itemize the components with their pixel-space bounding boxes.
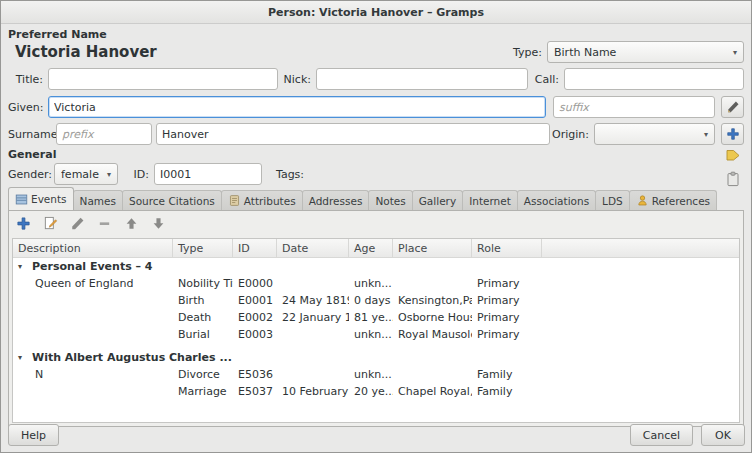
general-section-label: General — [8, 148, 56, 161]
surname-prefix-input[interactable] — [56, 123, 152, 145]
event-row[interactable]: N Divorce E5036 unkn... Family — [13, 366, 739, 383]
tab-label: Source Citations — [129, 195, 215, 207]
help-button[interactable]: Help — [8, 424, 59, 446]
cell-id: E0000 — [233, 277, 277, 290]
tab-references[interactable]: References — [629, 190, 717, 210]
event-group-row[interactable]: ▾ With Albert Augustus Charles ... — [13, 349, 739, 366]
tab-label: Notes — [375, 195, 405, 207]
tab-label: References — [652, 195, 710, 207]
given-input[interactable] — [48, 96, 546, 118]
tab-names[interactable]: Names — [73, 190, 123, 210]
surname-label: Surname: — [8, 128, 56, 141]
tab-addresses[interactable]: Addresses — [302, 190, 370, 210]
cancel-button[interactable]: Cancel — [630, 424, 693, 446]
tab-label: Names — [80, 195, 116, 207]
tab-internet[interactable]: Internet — [462, 190, 518, 210]
remove-event-button[interactable] — [93, 213, 116, 234]
events-toolbar — [9, 211, 743, 236]
edit-name-button[interactable] — [721, 96, 744, 118]
move-down-button[interactable] — [147, 213, 170, 234]
cell-role: Family — [472, 385, 542, 398]
id-label: ID: — [130, 168, 154, 181]
event-row[interactable]: Burial E0003 unkn... Royal Mausoleum,F..… — [13, 326, 739, 343]
call-label: Call: — [528, 73, 564, 86]
cell-role: Primary — [472, 294, 542, 307]
surname-input[interactable] — [156, 123, 550, 145]
cell-place: Royal Mausoleum,F... — [393, 328, 472, 341]
name-type-combo[interactable]: Birth Name ▾ — [547, 41, 744, 63]
chevron-down-icon: ▾ — [704, 130, 708, 139]
window-title: Person: Victoria Hanover – Gramps — [268, 6, 484, 19]
edit-event-button[interactable] — [66, 213, 89, 234]
ok-button[interactable]: OK — [701, 424, 745, 446]
add-surname-button[interactable] — [721, 123, 744, 145]
arrow-down-icon — [151, 216, 166, 231]
plus-icon — [726, 127, 740, 141]
cell-description: N — [13, 368, 173, 381]
column-header-date[interactable]: Date — [277, 239, 349, 257]
id-input[interactable] — [154, 163, 262, 185]
tab-label: Gallery — [419, 195, 456, 207]
tab-associations[interactable]: Associations — [517, 190, 596, 210]
add-event-button[interactable] — [12, 213, 35, 234]
gender-combo[interactable]: female ▾ — [54, 163, 118, 185]
call-input[interactable] — [564, 68, 744, 90]
pencil-icon — [70, 216, 85, 231]
cell-age: 0 days — [349, 294, 393, 307]
event-row[interactable]: Birth E0001 24 May 1819 0 days Kensingto… — [13, 292, 739, 309]
cell-type: Burial — [173, 328, 233, 341]
gender-label: Gender: — [8, 168, 54, 181]
cell-age: unkn... — [349, 328, 393, 341]
name-preview-row: Victoria Hanover Type: Birth Name ▾ — [8, 40, 744, 64]
cell-description: Queen of England — [13, 277, 173, 290]
origin-label: Origin: — [550, 128, 594, 141]
tab-attributes[interactable]: Attributes — [221, 190, 303, 210]
events-table: Description Type ID Date Age Place Role … — [12, 238, 740, 423]
column-header-role[interactable]: Role — [472, 239, 542, 257]
event-row[interactable]: Marriage E5037 10 February 1840 20 ye...… — [13, 383, 739, 400]
person-editor-window: Person: Victoria Hanover – Gramps Prefer… — [0, 0, 752, 453]
expander-icon[interactable]: ▾ — [18, 262, 27, 271]
column-header-description[interactable]: Description — [13, 239, 173, 257]
person-icon — [636, 194, 649, 207]
title-input[interactable] — [48, 68, 278, 90]
origin-combo[interactable]: ▾ — [594, 123, 715, 145]
event-row[interactable]: Death E0002 22 January 1901 81 ye... Osb… — [13, 309, 739, 326]
column-header-id[interactable]: ID — [233, 239, 277, 257]
events-icon — [15, 193, 28, 206]
column-header-filler — [542, 239, 739, 257]
tab-label: Addresses — [309, 195, 363, 207]
column-header-place[interactable]: Place — [393, 239, 472, 257]
move-up-button[interactable] — [120, 213, 143, 234]
titlebar[interactable]: Person: Victoria Hanover – Gramps — [1, 1, 751, 24]
tab-lds[interactable]: LDS — [595, 190, 630, 210]
cell-id: E0003 — [233, 328, 277, 341]
cell-role: Family — [472, 368, 542, 381]
cell-age: 20 ye... — [349, 385, 393, 398]
expander-icon[interactable]: ▾ — [18, 353, 27, 362]
ok-button-label: OK — [715, 429, 731, 442]
event-group-row[interactable]: ▾ Personal Events – 4 — [13, 258, 739, 275]
group-label: Personal Events – 4 — [32, 260, 153, 273]
tab-gallery[interactable]: Gallery — [412, 190, 463, 210]
tab-notes[interactable]: Notes — [368, 190, 412, 210]
column-header-age[interactable]: Age — [349, 239, 393, 257]
tab-source-citations[interactable]: Source Citations — [122, 190, 222, 210]
cell-role: Primary — [472, 311, 542, 324]
cell-age: unkn... — [349, 368, 393, 381]
tab-events[interactable]: Events — [8, 187, 74, 210]
cancel-button-label: Cancel — [643, 429, 680, 442]
cell-type: Divorce — [173, 368, 233, 381]
cell-role: Primary — [472, 328, 542, 341]
name-type-value: Birth Name — [554, 46, 729, 59]
column-header-type[interactable]: Type — [173, 239, 233, 257]
suffix-input[interactable] — [553, 96, 715, 118]
nick-input[interactable] — [316, 68, 528, 90]
cell-type: Birth — [173, 294, 233, 307]
event-row[interactable]: Queen of England Nobility Title E0000 un… — [13, 275, 739, 292]
type-label: Type: — [513, 46, 547, 59]
gender-value: female — [61, 168, 103, 181]
attributes-icon — [228, 194, 241, 207]
general-row: Gender: female ▾ ID: Tags: — [8, 162, 744, 186]
share-event-button[interactable] — [39, 213, 62, 234]
